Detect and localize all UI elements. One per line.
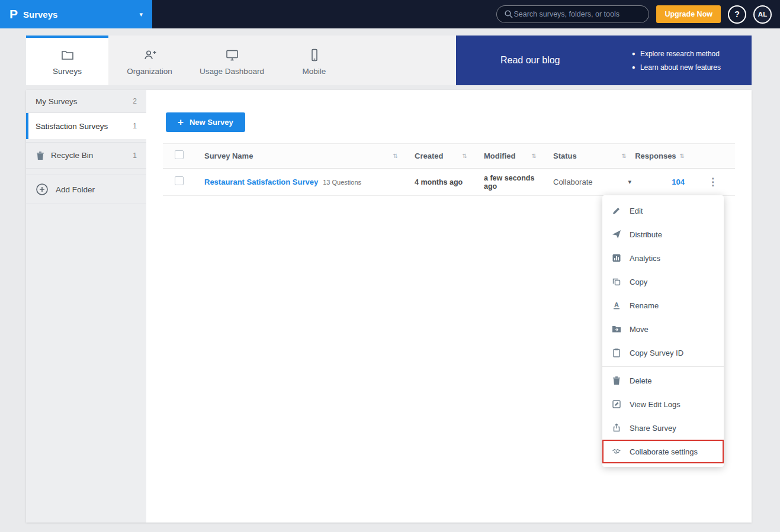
column-label: Created <box>415 151 443 160</box>
survey-context-menu: Edit Distribute Analytics Copy A Rename <box>602 195 724 467</box>
clipboard-icon <box>612 348 621 357</box>
menu-label: Rename <box>630 301 659 310</box>
blog-banner-bullets: ● Explore research method ● Learn about … <box>632 50 721 72</box>
menu-item-copy[interactable]: Copy <box>602 270 724 294</box>
header-survey-name: Survey Name ⇅ <box>192 151 403 160</box>
status-dropdown-chevron-icon[interactable]: ▾ <box>628 178 631 186</box>
avatar[interactable]: AL <box>753 5 772 24</box>
blog-banner[interactable]: Read our blog ● Explore research method … <box>456 36 752 85</box>
folders-sidebar: My Surveys 2 Satisfaction Surveys 1 Recy… <box>26 90 146 523</box>
header-checkbox-cell <box>163 150 192 162</box>
blog-banner-title[interactable]: Read our blog <box>500 55 560 66</box>
folder-count: 1 <box>133 122 137 130</box>
menu-label: View Edit Logs <box>630 400 681 409</box>
menu-label: Delete <box>630 376 652 385</box>
questionpro-logo-icon: P <box>9 7 17 21</box>
menu-item-move[interactable]: Move <box>602 317 724 341</box>
menu-item-collaborate-settings[interactable]: Collaborate settings <box>602 440 724 463</box>
sort-icon[interactable]: ⇅ <box>393 153 398 159</box>
row-created-cell: 4 months ago <box>403 178 472 186</box>
modified-value: a few seconds ago <box>484 174 541 191</box>
folder-icon <box>60 48 75 62</box>
surveys-table: Survey Name ⇅ Created ⇅ Modified ⇅ Statu… <box>163 143 735 196</box>
select-all-checkbox[interactable] <box>175 150 184 159</box>
global-search[interactable] <box>496 5 649 23</box>
blog-bullet: ● Learn about new features <box>632 63 721 72</box>
blog-bullet: ● Explore research method <box>632 50 721 58</box>
mobile-icon <box>307 48 322 62</box>
tab-usage-dashboard[interactable]: Usage Dashboard <box>191 36 273 85</box>
row-actions-cell: ⋮ <box>691 177 735 187</box>
tab-organization[interactable]: Organization <box>108 36 191 85</box>
handshake-icon <box>612 447 621 456</box>
menu-item-view-edit-logs[interactable]: View Edit Logs <box>602 392 724 416</box>
trash-icon <box>36 151 45 160</box>
folder-label: My Surveys <box>36 97 78 106</box>
sort-icon[interactable]: ⇅ <box>680 153 685 159</box>
plus-circle-icon <box>36 183 49 196</box>
column-label: Survey Name <box>204 151 253 160</box>
product-switcher[interactable]: P Surveys ▾ <box>0 0 152 28</box>
menu-label: Copy Survey ID <box>630 349 683 357</box>
menu-item-delete[interactable]: Delete <box>602 369 724 392</box>
tab-label: Surveys <box>53 67 82 76</box>
row-modified-cell: a few seconds ago <box>472 174 541 191</box>
folder-label: Recycle Bin <box>51 151 93 160</box>
tab-label: Usage Dashboard <box>200 67 264 76</box>
sidebar-item-my-surveys[interactable]: My Surveys 2 <box>26 90 146 113</box>
sidebar-item-satisfaction-surveys[interactable]: Satisfaction Surveys 1 <box>26 113 146 139</box>
menu-label: Copy <box>630 278 647 286</box>
trash-icon <box>612 376 621 385</box>
tab-mobile[interactable]: Mobile <box>273 36 355 85</box>
sort-icon[interactable]: ⇅ <box>622 153 627 159</box>
bullet-icon: ● <box>632 64 635 70</box>
bullet-icon: ● <box>632 50 635 57</box>
status-value: Collaborate <box>553 178 593 186</box>
add-folder-button[interactable]: Add Folder <box>26 175 146 204</box>
folder-count: 1 <box>133 151 137 160</box>
column-label: Status <box>553 151 577 160</box>
menu-item-rename[interactable]: A Rename <box>602 294 724 317</box>
search-icon <box>504 9 513 19</box>
menu-item-edit[interactable]: Edit <box>602 199 724 223</box>
row-responses-cell: 104 <box>636 178 691 186</box>
menu-label: Collaborate settings <box>630 447 698 456</box>
sidebar-item-recycle-bin[interactable]: Recycle Bin 1 <box>26 142 146 169</box>
tab-surveys[interactable]: Surveys <box>26 36 108 85</box>
menu-item-distribute[interactable]: Distribute <box>602 223 724 246</box>
column-label: Modified <box>484 151 515 160</box>
sort-icon[interactable]: ⇅ <box>463 153 467 159</box>
header-modified: Modified ⇅ <box>472 151 541 160</box>
header-responses: Responses ⇅ <box>636 151 691 160</box>
help-button[interactable]: ? <box>728 5 746 24</box>
edit-logs-icon <box>612 399 621 409</box>
row-status-cell: Collaborate ▾ <box>541 178 636 186</box>
responses-link[interactable]: 104 <box>672 178 685 186</box>
menu-item-share-survey[interactable]: Share Survey <box>602 416 724 440</box>
row-name-cell: Restaurant Satisfaction Survey 13 Questi… <box>192 178 403 186</box>
dashboard-icon <box>225 48 239 62</box>
chevron-down-icon: ▾ <box>139 11 143 18</box>
plus-icon: + <box>178 117 184 128</box>
created-value: 4 months ago <box>415 178 463 186</box>
svg-text:A: A <box>614 301 619 308</box>
bullet-text: Explore research method <box>640 50 720 58</box>
new-survey-label: New Survey <box>190 118 233 127</box>
row-checkbox-cell <box>163 176 192 188</box>
sort-icon[interactable]: ⇅ <box>532 153 537 159</box>
menu-item-analytics[interactable]: Analytics <box>602 246 724 270</box>
paper-plane-icon <box>612 230 621 239</box>
topbar-actions: Upgrade Now ? AL <box>496 0 772 28</box>
column-label: Responses <box>635 151 676 160</box>
upgrade-now-button[interactable]: Upgrade Now <box>656 5 721 23</box>
menu-item-copy-survey-id[interactable]: Copy Survey ID <box>602 341 724 365</box>
kebab-menu-icon[interactable]: ⋮ <box>708 177 718 187</box>
menu-label: Share Survey <box>630 424 676 433</box>
new-survey-button[interactable]: + New Survey <box>166 112 245 132</box>
survey-name-link[interactable]: Restaurant Satisfaction Survey <box>204 178 318 186</box>
header-created: Created ⇅ <box>403 151 472 160</box>
question-count: 13 Questions <box>323 179 361 186</box>
row-checkbox[interactable] <box>175 176 184 185</box>
table-row: Restaurant Satisfaction Survey 13 Questi… <box>163 169 735 196</box>
search-input[interactable] <box>513 10 641 18</box>
